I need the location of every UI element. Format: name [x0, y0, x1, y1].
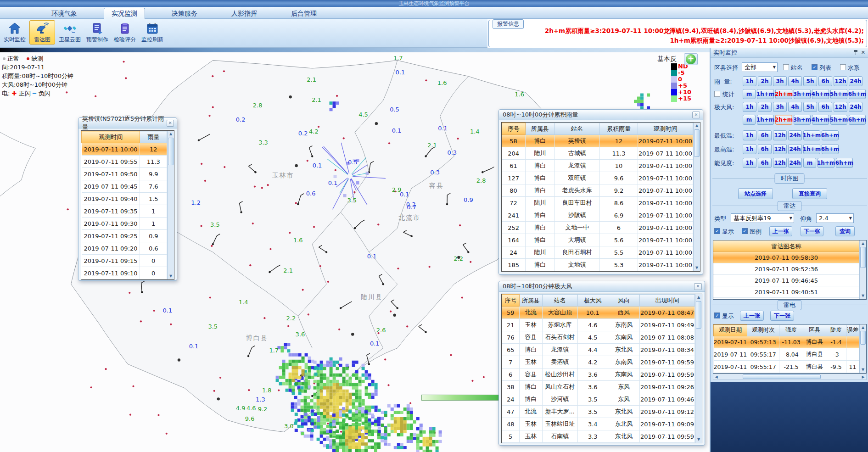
close-icon[interactable]: ✕: [167, 120, 174, 127]
metric-button-3h[interactable]: 3h: [773, 102, 787, 112]
metric-button-12h[interactable]: 12h: [773, 130, 787, 140]
table-row[interactable]: 2019-07-11 09:457.6: [82, 180, 167, 193]
column-header[interactable]: 误差: [846, 325, 859, 336]
radar-list-item[interactable]: 2019-07-11 09:40:51: [713, 286, 859, 298]
metric-button-6h+m[interactable]: 6h+m: [836, 158, 853, 168]
table-row[interactable]: 2019-07-11 09:401.5: [82, 193, 167, 205]
menu-item-1[interactable]: 环境气象: [44, 8, 84, 19]
scroll-thumb[interactable]: [168, 138, 174, 165]
metric-button-4h+m[interactable]: 4h+m: [812, 89, 829, 99]
district-select[interactable]: 全部▼: [742, 62, 778, 72]
table-row[interactable]: 2019-07-11 10:0012: [82, 143, 167, 156]
metric-button-2h[interactable]: 2h: [758, 102, 772, 112]
table-row[interactable]: 2019-07-1109:57:13-11.03博白县-1.4: [714, 336, 859, 348]
table-row[interactable]: 127博白双旺镇9.62019-07-11 10:00: [502, 172, 693, 184]
metric-button-12h[interactable]: 12h: [834, 102, 847, 112]
table-row[interactable]: 6容县松山沙田村3.6东南风2019-07-11 09:59: [502, 368, 695, 381]
column-header[interactable]: 极大风: [577, 295, 608, 307]
column-header[interactable]: 所属县: [525, 123, 554, 135]
table-row[interactable]: 2019-07-11 09:100: [82, 267, 167, 279]
station-rain-dialog[interactable]: 英桥镇(N5702)逐5分钟累计雨量✕观测时间雨量2019-07-11 10:0…: [78, 117, 177, 281]
scroll-up-icon[interactable]: ▲: [694, 123, 700, 128]
stats-checkbox[interactable]: [714, 91, 720, 97]
lightning-show-checkbox[interactable]: ✓: [714, 312, 720, 318]
column-header[interactable]: 累积雨量: [599, 123, 638, 135]
metric-button-5h+m[interactable]: 5h+m: [830, 89, 847, 99]
column-header[interactable]: 观测时间: [82, 131, 140, 143]
metric-button-6h[interactable]: 6h: [758, 130, 772, 140]
scroll-thumb[interactable]: [694, 129, 700, 157]
pin-icon[interactable]: [854, 50, 858, 55]
table-row[interactable]: 72陆川良田车田村8.62019-07-11 10:00: [502, 197, 693, 209]
radar-nav-button-3[interactable]: 查询: [835, 226, 855, 236]
close-icon[interactable]: ✕: [692, 112, 700, 118]
metric-button-12h[interactable]: 12h: [773, 158, 787, 168]
metric-button-5h[interactable]: 5h: [803, 76, 817, 86]
metric-button-6h[interactable]: 6h: [758, 158, 772, 168]
metric-button-1h+m[interactable]: 1h+m: [803, 130, 820, 140]
metric-button-6h+m[interactable]: 6h+m: [849, 115, 866, 125]
metric-button-6h[interactable]: 6h: [818, 102, 832, 112]
column-header[interactable]: 序号: [502, 123, 526, 135]
scroll-thumb[interactable]: [696, 301, 701, 329]
table-row[interactable]: 58博白英桥镇122019-07-11 10:00: [502, 135, 693, 147]
metric-button-6h+m[interactable]: 6h+m: [822, 130, 839, 140]
toolbar-button-1[interactable]: 实时监控: [2, 20, 28, 45]
table-row[interactable]: 252博白文地一中62019-07-11 10:00: [502, 222, 693, 234]
menu-item-2[interactable]: 实况监测: [104, 8, 145, 19]
radar-type-select[interactable]: 基本反射率19▼: [731, 213, 794, 223]
table-row[interactable]: 38博白凤山立石村3.6东风2019-07-11 09:26: [502, 381, 695, 393]
scroll-thumb[interactable]: [860, 247, 866, 268]
table-row[interactable]: 241博白沙陂镇6.92019-07-11 10:00: [502, 209, 693, 222]
metric-button-1h[interactable]: 1h: [743, 158, 756, 168]
metric-button-3h[interactable]: 3h: [773, 76, 787, 86]
scroll-left-icon[interactable]: ◀: [714, 374, 719, 379]
accum-rain-dialog[interactable]: 08时~10时00分钟累积雨量✕序号所属县站名累积雨量观测时间58博白英桥镇12…: [498, 109, 703, 275]
metric-button-m[interactable]: m: [743, 115, 756, 125]
metric-button-6h+m[interactable]: 6h+m: [849, 89, 866, 99]
scroll-right-icon[interactable]: ▶: [861, 374, 866, 379]
column-header[interactable]: 站名: [542, 295, 577, 307]
lightning-hscrollbar[interactable]: ◀▶: [713, 374, 867, 380]
max-wind-dialog[interactable]: 08时~10时00分钟极大风✕序号所属县站名极大风风向出现时间59北流大容山顶1…: [498, 281, 705, 446]
scroll-up-icon[interactable]: ▲: [168, 131, 174, 137]
column-header[interactable]: 风向: [608, 295, 640, 307]
table-row[interactable]: 2019-07-11 09:200.6: [82, 242, 167, 255]
lightning-nav-button-2[interactable]: 下一张: [770, 311, 794, 321]
toolbar-button-3[interactable]: 卫星云图: [57, 20, 83, 45]
table-row[interactable]: 48玉林玉林站旧址3.4东北风2019-07-11 09:09: [502, 418, 695, 430]
timeseries-button-2[interactable]: 直接查询: [792, 188, 827, 199]
column-header[interactable]: 站名: [554, 123, 599, 135]
scroll-thumb[interactable]: [743, 374, 821, 379]
table-row[interactable]: 164博白大垌镇5.62019-07-11 10:00: [502, 234, 693, 246]
radar-list-item[interactable]: 2019-07-11 09:58:30: [713, 252, 859, 263]
metric-button-6h+m[interactable]: 6h+m: [822, 144, 839, 154]
table-row[interactable]: 47北流新丰大罗...3.5东北风2019-07-11 09:12: [502, 406, 695, 418]
metric-button-6h[interactable]: 6h: [758, 144, 772, 154]
table-row[interactable]: 2019-07-11 09:150: [82, 255, 167, 267]
table-row[interactable]: 76容县石头石剑村4.5东南风2019-07-11 08:08: [502, 331, 695, 344]
menu-item-4[interactable]: 人影指挥: [224, 8, 264, 19]
table-row[interactable]: 61博白龙潭镇102019-07-11 10:00: [502, 160, 693, 172]
view-checkbox-2[interactable]: ✓: [812, 64, 818, 70]
metric-button-5h+m[interactable]: 5h+m: [830, 115, 847, 125]
scroll-down-icon[interactable]: ▼: [694, 265, 700, 271]
table-row[interactable]: 80博白老虎头水库9.22019-07-11 10:00: [502, 184, 693, 197]
vertical-scrollbar[interactable]: ▲▼: [693, 123, 700, 271]
radar-nav-button-1[interactable]: 上一张: [769, 226, 792, 236]
metric-button-1h+m[interactable]: 1h+m: [757, 89, 774, 99]
metric-button-12h[interactable]: 12h: [834, 76, 847, 86]
view-checkbox-1[interactable]: [783, 64, 789, 70]
scroll-up-icon[interactable]: ▲: [696, 295, 701, 300]
metric-button-24h[interactable]: 24h: [849, 102, 862, 112]
metric-button-1h[interactable]: 1h: [743, 144, 756, 154]
table-row[interactable]: 5玉林石南镇3.3东北风2019-07-11 09:59: [502, 430, 695, 443]
scroll-down-icon[interactable]: ▼: [696, 437, 701, 442]
column-header[interactable]: 雨量: [140, 131, 167, 143]
radar-checkbox-1[interactable]: ✓: [714, 228, 720, 234]
close-icon[interactable]: ✕: [861, 50, 865, 56]
table-row[interactable]: 2019-07-1109:55:17-21.5博白县-9.511: [714, 361, 859, 373]
column-header[interactable]: 观测时间: [638, 123, 693, 135]
metric-button-1h+m[interactable]: 1h+m: [818, 158, 834, 168]
metric-button-1h+m[interactable]: 1h+m: [757, 115, 774, 125]
